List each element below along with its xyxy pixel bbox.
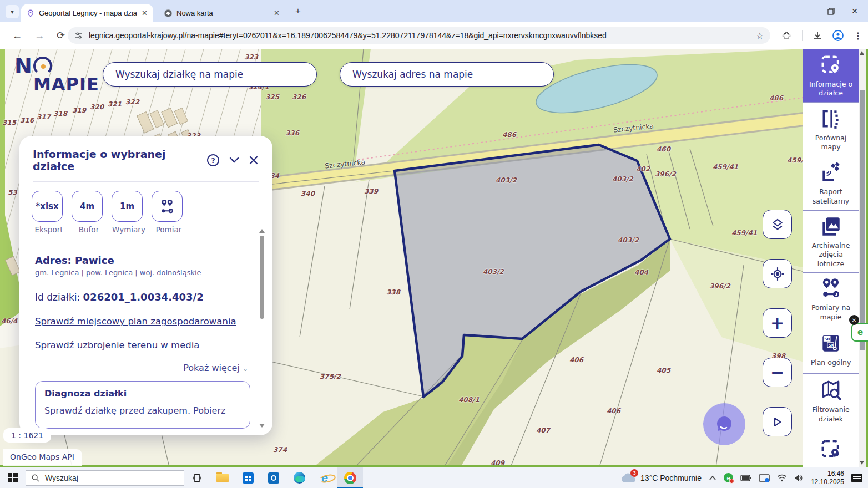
show-more-button[interactable]: Pokaż więcej ⌄ <box>35 363 258 373</box>
sidebar-item-filtrowanie-dzialek[interactable]: Filtrowanie działek <box>803 374 859 429</box>
tool-eksport: *xlsx Eksport <box>32 191 66 234</box>
extension-widget[interactable]: e ✕ <box>851 323 868 342</box>
sidebar-item-informacje-o-dzialce[interactable]: Informacje o działce <box>803 49 859 103</box>
downloads-icon[interactable] <box>813 30 822 40</box>
cast-icon[interactable] <box>759 474 770 482</box>
chrome-icon <box>344 472 356 484</box>
page-edge <box>866 49 868 467</box>
compare-maps-icon <box>819 107 842 130</box>
scroll-thumb[interactable] <box>260 236 264 319</box>
windows-taskbar: Wyszukaj e 3 13°C Pochmurnie e <box>0 467 868 488</box>
menu-dots-icon[interactable]: ⋮ <box>854 30 862 41</box>
measure-pins-icon <box>159 198 175 215</box>
page-scrollbar[interactable] <box>859 49 866 467</box>
extensions-icon[interactable] <box>782 30 792 40</box>
scroll-down-arrow[interactable] <box>860 461 864 465</box>
outlook-button[interactable] <box>261 467 286 488</box>
folder-icon <box>216 474 229 482</box>
divider <box>33 181 259 182</box>
url-text[interactable]: legnica.geoportal-krajowy.pl/na-mapie#te… <box>89 31 750 40</box>
dimensions-button[interactable]: 1m <box>112 191 143 222</box>
link-utilities[interactable]: Sprawdź uzbrojenie terenu w media <box>35 340 258 350</box>
task-view-button[interactable] <box>184 467 210 488</box>
parcel-id-row: Id działki: 026201_1.0034.403/2 <box>35 291 258 303</box>
chrome-button[interactable] <box>337 467 363 488</box>
tool-label: Wymiary <box>112 225 146 234</box>
sidebar-item-label: Archiwalne zdjęcia lotnicze <box>805 241 856 268</box>
tray-expand-icon[interactable] <box>709 475 716 481</box>
scroll-down-arrow[interactable] <box>259 424 265 428</box>
volume-icon[interactable] <box>794 474 804 482</box>
eset-tray-icon[interactable]: e <box>724 473 733 482</box>
help-icon[interactable]: ? <box>207 154 219 166</box>
sidebar-item-parcel-info-repeat[interactable] <box>803 429 859 467</box>
tab-close-icon[interactable]: ✕ <box>274 9 280 17</box>
measure-button[interactable] <box>152 191 183 222</box>
archive-photos-icon <box>819 215 842 238</box>
buffer-button[interactable]: 4m <box>72 191 103 222</box>
url-bar[interactable]: legnica.geoportal-krajowy.pl/na-mapie#te… <box>68 27 770 44</box>
parcel-info-icon <box>819 53 842 77</box>
battery-icon[interactable] <box>740 475 751 481</box>
tab-close-icon[interactable]: ✕ <box>142 9 148 17</box>
satellite-icon <box>819 161 842 184</box>
map-viewport[interactable]: 323324/131531631731831932032132232532632… <box>0 49 868 467</box>
panel-title: Informacje o wybranej działce <box>33 148 207 172</box>
microsoft-store-button[interactable] <box>235 467 261 488</box>
site-settings-icon[interactable] <box>74 31 83 40</box>
close-icon[interactable] <box>249 156 258 165</box>
sidebar-item-raport-satelitarny[interactable]: Raport satelitarny <box>803 156 859 211</box>
sidebar-collapse-button[interactable] <box>763 407 792 436</box>
task-view-icon <box>191 472 203 484</box>
forward-button[interactable]: → <box>34 30 44 42</box>
tab-geoportal[interactable]: Geoportal Legnicy - mapa dział ✕ <box>21 4 153 22</box>
wifi-icon[interactable] <box>777 474 787 482</box>
new-tab-button[interactable]: + <box>295 6 301 17</box>
reload-button[interactable]: ⟳ <box>57 29 65 42</box>
logo-text-n: N <box>14 57 32 75</box>
taskbar-clock[interactable]: 16:46 12.10.2025 <box>811 470 844 486</box>
locate-button[interactable] <box>763 259 792 288</box>
action-center-button[interactable] <box>851 474 862 482</box>
scroll-up-arrow[interactable] <box>860 51 864 55</box>
window-close-button[interactable]: ✕ <box>851 7 858 16</box>
weather-widget[interactable]: 3 13°C Pochmurnie <box>620 472 702 484</box>
tab-search-chevron-icon[interactable]: ▾ <box>6 5 19 18</box>
start-button[interactable] <box>0 467 26 488</box>
sidebar-item-plan-ogolny[interactable]: SOSK Plan ogólny <box>803 326 859 374</box>
zoom-out-button[interactable]: − <box>763 358 792 387</box>
window-restore-button[interactable] <box>827 8 835 15</box>
search-address-input[interactable]: Wyszukaj adres na mapie <box>340 62 554 87</box>
zoom-in-button[interactable]: + <box>763 308 792 338</box>
internet-explorer-button[interactable]: e <box>312 467 337 488</box>
bookmark-star-icon[interactable]: ☆ <box>756 30 764 41</box>
export-button[interactable]: *xlsx <box>32 191 63 222</box>
tab-nowa-karta[interactable]: Nowa karta ✕ <box>159 4 285 22</box>
scroll-up-arrow[interactable] <box>259 229 265 233</box>
link-zoning-plan[interactable]: Sprawdź miejscowy plan zagospodarowania <box>35 316 258 327</box>
extension-close-icon[interactable]: ✕ <box>849 315 859 325</box>
chat-widget-button[interactable] <box>703 403 745 445</box>
taskbar-search-input[interactable]: Wyszukaj <box>26 470 184 486</box>
window-minimize-button[interactable]: — <box>803 7 811 16</box>
diagnosis-box[interactable]: Diagnoza działki Sprawdź działkę przed z… <box>35 381 250 429</box>
sidebar-item-label: Informacje o działce <box>805 80 856 98</box>
extension-e-icon[interactable]: e <box>851 323 868 342</box>
edge-button[interactable] <box>286 467 312 488</box>
windows-logo-icon <box>8 473 18 483</box>
panel-scrollbar[interactable] <box>259 229 265 428</box>
collapse-chevron-icon[interactable] <box>229 157 239 164</box>
sidebar-item-archiwalne-zdjecia[interactable]: Archiwalne zdjęcia lotnicze <box>803 211 859 273</box>
sidebar-item-porownaj-mapy[interactable]: Porównaj mapy <box>803 103 859 156</box>
browser-titlebar: ▾ Geoportal Legnicy - mapa dział ✕ Nowa … <box>0 0 868 22</box>
scroll-thumb[interactable] <box>860 90 865 350</box>
tab-title: Nowa karta <box>176 9 269 17</box>
weather-text: 13°C Pochmurnie <box>640 474 702 482</box>
locate-icon <box>770 266 785 282</box>
layers-button[interactable] <box>763 210 792 239</box>
file-explorer-button[interactable] <box>210 467 235 488</box>
tool-wymiary: 1m Wymiary <box>112 191 146 234</box>
search-parcel-input[interactable]: Wyszukaj działkę na mapie <box>103 62 317 87</box>
profile-icon[interactable] <box>832 30 844 41</box>
back-button[interactable]: ← <box>12 30 22 42</box>
